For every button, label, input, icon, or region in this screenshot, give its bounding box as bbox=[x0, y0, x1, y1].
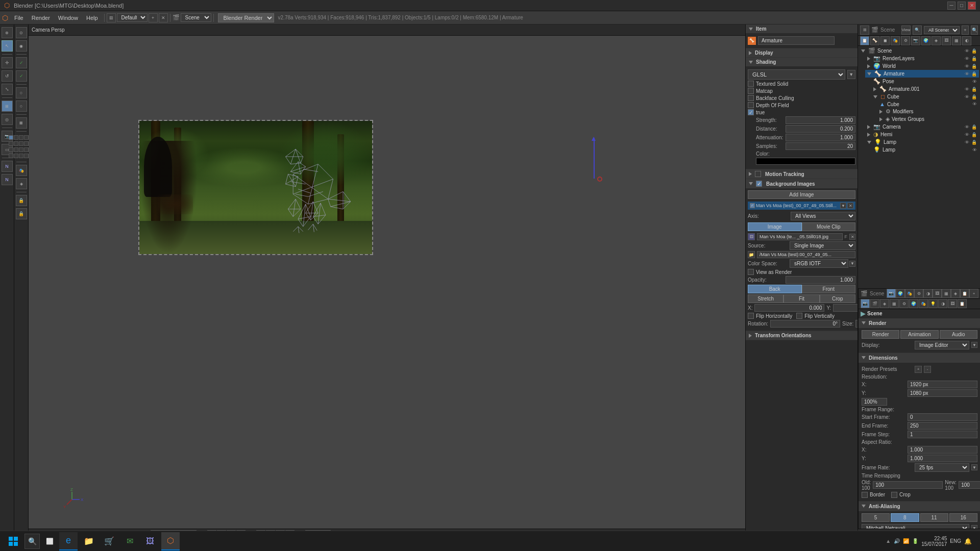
render-prop-icon-7[interactable]: ▦ bbox=[942, 289, 951, 298]
layer-18[interactable] bbox=[19, 154, 23, 158]
bg-image-check[interactable]: ✓ bbox=[750, 203, 755, 208]
image-tab-btn[interactable]: Image bbox=[748, 222, 802, 231]
cam-eye[interactable]: 👁 bbox=[965, 124, 969, 130]
fit-btn[interactable]: Fit bbox=[783, 294, 819, 303]
rp-icon-6[interactable]: 🌍 bbox=[909, 299, 918, 308]
render-prop-icon-6[interactable]: 🖼 bbox=[933, 289, 942, 298]
motion-tracking-check[interactable] bbox=[755, 171, 761, 177]
lamp-eye[interactable]: 👁 bbox=[965, 140, 969, 145]
render-section-header[interactable]: Render bbox=[859, 318, 980, 328]
layout-add-icon[interactable]: + bbox=[149, 13, 158, 22]
aa-16-btn[interactable]: 16 bbox=[949, 513, 977, 522]
outliner-icon-11[interactable]: ◐ bbox=[962, 36, 971, 45]
menu-help[interactable]: Help bbox=[82, 14, 102, 22]
view-manip-tool[interactable]: ⊕ bbox=[2, 27, 13, 38]
lamp-lock[interactable]: 🔒 bbox=[971, 140, 977, 145]
origin-tool[interactable]: ◎ bbox=[2, 114, 13, 125]
add-image-btn[interactable]: Add Image bbox=[748, 190, 855, 199]
rp-icon-4[interactable]: ▦ bbox=[890, 299, 899, 308]
arm001-lock[interactable]: 🔒 bbox=[971, 87, 977, 92]
ay-input[interactable] bbox=[908, 455, 977, 462]
anti-aliasing-header[interactable]: Anti-Aliasing bbox=[859, 502, 980, 511]
motion-tracking-header[interactable]: Motion Tracking bbox=[746, 169, 857, 179]
task-view-btn[interactable]: ⬜ bbox=[42, 534, 57, 549]
rp-icon-10[interactable]: 🖼 bbox=[948, 299, 957, 308]
minimize-btn[interactable]: ─ bbox=[947, 2, 955, 10]
background-images-header[interactable]: ✓ Background Images bbox=[746, 179, 857, 188]
render-prop-icon-3[interactable]: 🎭 bbox=[905, 289, 914, 298]
opacity-input[interactable] bbox=[786, 276, 855, 284]
outliner-lamp-sub[interactable]: 💡 Lamp 👁 bbox=[871, 146, 979, 154]
transform-tool[interactable]: ⊞ bbox=[2, 101, 13, 112]
transform-orientations-header[interactable]: Transform Orientations bbox=[746, 331, 857, 340]
layout-selector[interactable]: Default bbox=[117, 13, 148, 22]
start-frame-input[interactable] bbox=[908, 413, 977, 421]
res-pct-input[interactable] bbox=[862, 398, 887, 406]
outliner-armature001[interactable]: 🦴 Armature.001 👁 🔒 bbox=[871, 85, 979, 93]
x-pos-input[interactable] bbox=[754, 304, 824, 312]
color-space-select[interactable]: sRGB IOTF bbox=[790, 259, 848, 268]
render-prop-icon-9[interactable]: 📋 bbox=[960, 289, 969, 298]
arm-eye[interactable]: 👁 bbox=[965, 71, 969, 77]
layer-14[interactable] bbox=[24, 147, 29, 152]
world-eye[interactable]: 👁 bbox=[965, 64, 969, 69]
aa-filter-select[interactable]: Mitchell-Netravali bbox=[862, 524, 969, 529]
menu-render[interactable]: Render bbox=[28, 14, 54, 22]
background-images-check[interactable]: ✓ bbox=[756, 181, 762, 187]
filepath-input[interactable] bbox=[757, 251, 855, 258]
stretch-btn[interactable]: Stretch bbox=[748, 294, 783, 303]
crop-btn[interactable]: Crop bbox=[820, 294, 855, 303]
layer-19[interactable] bbox=[24, 154, 29, 158]
lock-btn[interactable]: 🔒 bbox=[16, 195, 27, 206]
outliner-world[interactable]: 🌍 World 👁 🔒 bbox=[865, 62, 979, 70]
shading-settings-icon[interactable]: ▼ bbox=[847, 70, 855, 79]
outliner-icon-9[interactable]: 🖼 bbox=[942, 36, 951, 45]
windows-start-btn[interactable] bbox=[4, 532, 22, 550]
res-y-input[interactable] bbox=[908, 389, 977, 397]
snap2-btn[interactable]: ✓ bbox=[16, 70, 27, 82]
display-arrow[interactable]: ▼ bbox=[971, 342, 977, 348]
color-swatch[interactable] bbox=[756, 158, 855, 165]
y-pos-input[interactable] bbox=[833, 304, 857, 312]
scene-lock[interactable]: 🔒 bbox=[971, 48, 977, 54]
front-btn[interactable]: Front bbox=[802, 285, 856, 293]
display-header[interactable]: Display bbox=[746, 48, 857, 57]
scene-selector[interactable]: Scene bbox=[181, 13, 211, 22]
all-scenes-select[interactable]: All Scenes bbox=[924, 26, 960, 34]
bg-image-expand-icon[interactable]: ▼ bbox=[840, 203, 846, 209]
rp-icon-1[interactable]: 📷 bbox=[861, 299, 870, 308]
outliner-pose[interactable]: 🦴 Pose 👁 bbox=[871, 78, 979, 85]
outliner-add-icon[interactable]: + bbox=[962, 26, 969, 35]
n-panel-btn2[interactable]: N bbox=[2, 174, 13, 185]
rp-icon-7[interactable]: 🎭 bbox=[919, 299, 928, 308]
taskbar-search-btn[interactable]: 🔍 bbox=[24, 534, 40, 549]
crop-check[interactable] bbox=[891, 492, 897, 498]
cube-eye[interactable]: 👁 bbox=[965, 94, 969, 99]
outliner-renderlayers[interactable]: 📷 RenderLayers 👁 🔒 bbox=[865, 55, 979, 62]
tray-up-icon[interactable]: ▲ bbox=[886, 538, 891, 544]
layer-8[interactable] bbox=[19, 141, 23, 146]
outliner-icon-8[interactable]: ◈ bbox=[932, 36, 941, 45]
fps-select[interactable]: 25 fps bbox=[915, 463, 969, 472]
presets-add[interactable]: + bbox=[915, 366, 922, 373]
border-check[interactable] bbox=[862, 492, 868, 498]
aa-11-btn[interactable]: 11 bbox=[920, 513, 948, 522]
layer-3[interactable] bbox=[19, 135, 23, 140]
strength-input[interactable] bbox=[786, 116, 855, 124]
shading-header[interactable]: Shading bbox=[746, 58, 857, 66]
presets-remove[interactable]: - bbox=[924, 366, 931, 373]
item-header[interactable]: Item bbox=[746, 24, 857, 33]
outliner-icon-2[interactable]: 🦴 bbox=[870, 36, 879, 45]
backface-culling-check[interactable] bbox=[748, 95, 754, 101]
physics-btn[interactable]: ◈ bbox=[16, 178, 27, 189]
display-select[interactable]: Image Editor bbox=[915, 341, 969, 349]
outliner-camera[interactable]: 📷 Camera 👁 🔒 bbox=[865, 123, 979, 131]
select-tool[interactable]: ↖ bbox=[2, 40, 13, 52]
rp-icon-5[interactable]: ⚙ bbox=[899, 299, 909, 308]
image-close-icon[interactable]: ✕ bbox=[849, 234, 855, 240]
layer-11[interactable] bbox=[9, 147, 13, 152]
aa-5-btn[interactable]: 5 bbox=[862, 513, 890, 522]
layer-9[interactable] bbox=[24, 141, 29, 146]
scene-eye[interactable]: 👁 bbox=[965, 48, 969, 54]
back-btn[interactable]: Back bbox=[748, 285, 802, 293]
